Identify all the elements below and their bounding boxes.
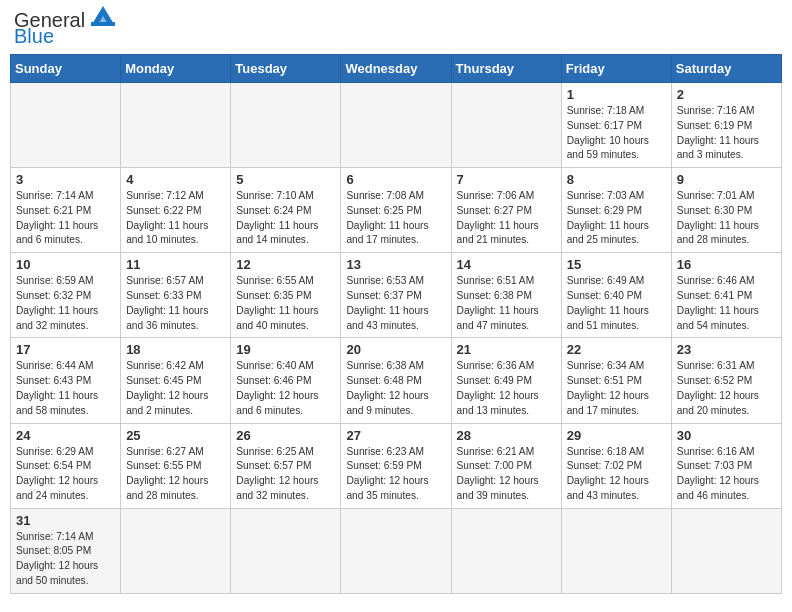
calendar-cell: 10Sunrise: 6:59 AM Sunset: 6:32 PM Dayli… [11,253,121,338]
calendar-cell: 1Sunrise: 7:18 AM Sunset: 6:17 PM Daylig… [561,83,671,168]
calendar-cell: 24Sunrise: 6:29 AM Sunset: 6:54 PM Dayli… [11,423,121,508]
calendar-cell: 19Sunrise: 6:40 AM Sunset: 6:46 PM Dayli… [231,338,341,423]
day-info: Sunrise: 6:59 AM Sunset: 6:32 PM Dayligh… [16,274,115,333]
calendar-cell: 4Sunrise: 7:12 AM Sunset: 6:22 PM Daylig… [121,168,231,253]
day-number: 13 [346,257,445,272]
day-info: Sunrise: 6:36 AM Sunset: 6:49 PM Dayligh… [457,359,556,418]
day-info: Sunrise: 6:34 AM Sunset: 6:51 PM Dayligh… [567,359,666,418]
day-number: 20 [346,342,445,357]
day-number: 3 [16,172,115,187]
calendar-week-row: 24Sunrise: 6:29 AM Sunset: 6:54 PM Dayli… [11,423,782,508]
calendar-cell: 18Sunrise: 6:42 AM Sunset: 6:45 PM Dayli… [121,338,231,423]
weekday-header-monday: Monday [121,55,231,83]
calendar-week-row: 10Sunrise: 6:59 AM Sunset: 6:32 PM Dayli… [11,253,782,338]
day-info: Sunrise: 7:14 AM Sunset: 8:05 PM Dayligh… [16,530,115,589]
calendar-cell [341,83,451,168]
day-info: Sunrise: 7:18 AM Sunset: 6:17 PM Dayligh… [567,104,666,163]
calendar-cell: 22Sunrise: 6:34 AM Sunset: 6:51 PM Dayli… [561,338,671,423]
day-info: Sunrise: 6:29 AM Sunset: 6:54 PM Dayligh… [16,445,115,504]
day-number: 25 [126,428,225,443]
logo-icon [87,4,119,30]
day-number: 15 [567,257,666,272]
day-number: 8 [567,172,666,187]
weekday-header-friday: Friday [561,55,671,83]
day-info: Sunrise: 6:31 AM Sunset: 6:52 PM Dayligh… [677,359,776,418]
calendar-cell: 7Sunrise: 7:06 AM Sunset: 6:27 PM Daylig… [451,168,561,253]
calendar-cell: 30Sunrise: 6:16 AM Sunset: 7:03 PM Dayli… [671,423,781,508]
day-number: 9 [677,172,776,187]
calendar-cell: 11Sunrise: 6:57 AM Sunset: 6:33 PM Dayli… [121,253,231,338]
day-number: 14 [457,257,556,272]
calendar-table: SundayMondayTuesdayWednesdayThursdayFrid… [10,54,782,594]
calendar-cell: 3Sunrise: 7:14 AM Sunset: 6:21 PM Daylig… [11,168,121,253]
calendar-cell: 16Sunrise: 6:46 AM Sunset: 6:41 PM Dayli… [671,253,781,338]
day-number: 31 [16,513,115,528]
weekday-header-tuesday: Tuesday [231,55,341,83]
svg-rect-2 [91,22,115,26]
day-number: 23 [677,342,776,357]
calendar-cell: 15Sunrise: 6:49 AM Sunset: 6:40 PM Dayli… [561,253,671,338]
day-number: 28 [457,428,556,443]
calendar-cell [671,508,781,593]
day-info: Sunrise: 6:51 AM Sunset: 6:38 PM Dayligh… [457,274,556,333]
calendar-cell [561,508,671,593]
calendar-cell: 29Sunrise: 6:18 AM Sunset: 7:02 PM Dayli… [561,423,671,508]
day-number: 11 [126,257,225,272]
calendar-cell [451,508,561,593]
day-number: 22 [567,342,666,357]
calendar-week-row: 31Sunrise: 7:14 AM Sunset: 8:05 PM Dayli… [11,508,782,593]
day-info: Sunrise: 6:42 AM Sunset: 6:45 PM Dayligh… [126,359,225,418]
calendar-header-row: SundayMondayTuesdayWednesdayThursdayFrid… [11,55,782,83]
day-info: Sunrise: 6:44 AM Sunset: 6:43 PM Dayligh… [16,359,115,418]
day-info: Sunrise: 7:06 AM Sunset: 6:27 PM Dayligh… [457,189,556,248]
day-info: Sunrise: 6:40 AM Sunset: 6:46 PM Dayligh… [236,359,335,418]
day-info: Sunrise: 6:38 AM Sunset: 6:48 PM Dayligh… [346,359,445,418]
calendar-cell: 14Sunrise: 6:51 AM Sunset: 6:38 PM Dayli… [451,253,561,338]
day-number: 2 [677,87,776,102]
day-info: Sunrise: 6:46 AM Sunset: 6:41 PM Dayligh… [677,274,776,333]
calendar-cell: 31Sunrise: 7:14 AM Sunset: 8:05 PM Dayli… [11,508,121,593]
day-number: 6 [346,172,445,187]
calendar-cell: 26Sunrise: 6:25 AM Sunset: 6:57 PM Dayli… [231,423,341,508]
day-number: 19 [236,342,335,357]
weekday-header-saturday: Saturday [671,55,781,83]
day-number: 21 [457,342,556,357]
day-info: Sunrise: 7:10 AM Sunset: 6:24 PM Dayligh… [236,189,335,248]
day-number: 18 [126,342,225,357]
page-header: General Blue [10,10,782,46]
day-info: Sunrise: 6:21 AM Sunset: 7:00 PM Dayligh… [457,445,556,504]
day-number: 12 [236,257,335,272]
day-info: Sunrise: 6:55 AM Sunset: 6:35 PM Dayligh… [236,274,335,333]
day-number: 7 [457,172,556,187]
day-number: 5 [236,172,335,187]
calendar-cell: 23Sunrise: 6:31 AM Sunset: 6:52 PM Dayli… [671,338,781,423]
calendar-cell [121,508,231,593]
calendar-cell: 25Sunrise: 6:27 AM Sunset: 6:55 PM Dayli… [121,423,231,508]
calendar-cell: 9Sunrise: 7:01 AM Sunset: 6:30 PM Daylig… [671,168,781,253]
day-info: Sunrise: 7:08 AM Sunset: 6:25 PM Dayligh… [346,189,445,248]
day-info: Sunrise: 6:16 AM Sunset: 7:03 PM Dayligh… [677,445,776,504]
day-number: 24 [16,428,115,443]
calendar-week-row: 17Sunrise: 6:44 AM Sunset: 6:43 PM Dayli… [11,338,782,423]
calendar-cell [11,83,121,168]
day-info: Sunrise: 6:18 AM Sunset: 7:02 PM Dayligh… [567,445,666,504]
calendar-week-row: 3Sunrise: 7:14 AM Sunset: 6:21 PM Daylig… [11,168,782,253]
day-number: 30 [677,428,776,443]
calendar-cell: 12Sunrise: 6:55 AM Sunset: 6:35 PM Dayli… [231,253,341,338]
day-info: Sunrise: 6:27 AM Sunset: 6:55 PM Dayligh… [126,445,225,504]
day-number: 4 [126,172,225,187]
calendar-cell: 6Sunrise: 7:08 AM Sunset: 6:25 PM Daylig… [341,168,451,253]
calendar-cell: 27Sunrise: 6:23 AM Sunset: 6:59 PM Dayli… [341,423,451,508]
logo-text-blue: Blue [14,26,54,46]
day-info: Sunrise: 6:23 AM Sunset: 6:59 PM Dayligh… [346,445,445,504]
day-number: 17 [16,342,115,357]
day-info: Sunrise: 6:49 AM Sunset: 6:40 PM Dayligh… [567,274,666,333]
calendar-cell: 28Sunrise: 6:21 AM Sunset: 7:00 PM Dayli… [451,423,561,508]
calendar-cell [121,83,231,168]
weekday-header-wednesday: Wednesday [341,55,451,83]
calendar-cell: 8Sunrise: 7:03 AM Sunset: 6:29 PM Daylig… [561,168,671,253]
calendar-cell: 5Sunrise: 7:10 AM Sunset: 6:24 PM Daylig… [231,168,341,253]
calendar-cell: 13Sunrise: 6:53 AM Sunset: 6:37 PM Dayli… [341,253,451,338]
calendar-cell: 20Sunrise: 6:38 AM Sunset: 6:48 PM Dayli… [341,338,451,423]
calendar-cell [231,508,341,593]
